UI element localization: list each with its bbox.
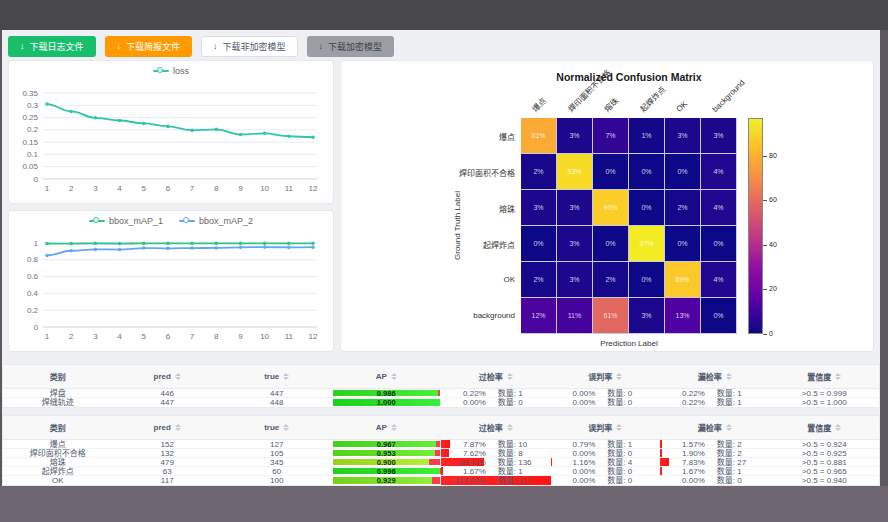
legend-label: bbox_mAP_1 [109,216,163,226]
cell-text: OK [52,476,64,485]
sort-icon[interactable] [835,373,841,381]
rate-percent: 7.62% [442,449,486,458]
cell-mis: 0.00%数量: 0 [551,398,661,407]
column-header-pred[interactable]: pred [113,416,223,439]
matrix-cell-value: 2% [533,276,543,283]
rate-percent: 0.00% [551,398,595,407]
data-table-2: 类别predtrueAP过检率误判率漏检率置信度爆点1521270.9677.8… [2,415,880,486]
column-header-miss[interactable]: 漏检率 [660,416,770,439]
matrix-cell-value: 12% [531,312,545,319]
legend-label: bbox_mAP_2 [199,216,253,226]
legend-item-bbox_mAP_1[interactable]: bbox_mAP_1 [89,216,163,226]
download-report-button[interactable]: ↓下载简报文件 [105,36,193,57]
column-header-mis[interactable]: 误判率 [551,365,661,388]
legend-dot [157,67,163,73]
cell-mis: 0.00%数量: 0 [551,467,661,475]
sort-icon[interactable] [726,424,732,432]
cell-text: >0.5 = 1.000 [802,398,847,407]
cell-text: >0.5 = 0.925 [802,449,847,458]
column-header-true[interactable]: true [222,416,332,439]
sort-icon[interactable] [391,424,397,432]
column-header-pred[interactable]: pred [113,365,223,388]
cell-text: 152 [161,440,174,449]
svg-text:0: 0 [34,175,39,184]
sort-icon[interactable] [283,424,289,432]
rate-text: 0.00%数量: 0 [551,389,661,398]
download-log-button[interactable]: ↓下载日志文件 [8,36,96,57]
sort-icon[interactable] [391,373,397,381]
cell-pred: 447 [113,398,223,407]
sort-icon[interactable] [726,373,732,381]
sort-desc-arrow [835,428,841,431]
rate-count: 数量: 0 [498,398,550,407]
matrix-cell: 0% [593,154,629,190]
rate-percent: 0.00% [442,398,486,407]
cell-miss: 1.90%数量: 2 [660,449,770,457]
matrix-cell: 2% [521,154,557,190]
cell-conf: >0.5 = 0.999 [770,389,880,397]
cell-miss: 0.00%数量: 0 [660,476,770,485]
matrix-row-label: 熔珠 [423,203,515,214]
bbox_mAP_2-point [166,247,170,251]
cell-over: 7.62%数量: 8 [441,449,551,457]
cell-text: 105 [270,449,283,458]
button-label: 下载日志文件 [30,40,84,53]
sort-icon[interactable] [175,373,181,381]
ap-bar-remainder [438,390,440,396]
cell-text: >0.5 = 0.881 [802,458,847,467]
rate-percent: 0.79% [551,440,595,449]
sort-icon[interactable] [507,424,513,432]
bbox_mAP_2-point [118,248,122,252]
sort-icon[interactable] [616,424,622,432]
cell-text: >0.5 = 0.999 [802,389,847,398]
bbox_mAP_1-point [311,242,315,246]
column-header-ap[interactable]: AP [332,416,442,439]
column-header-conf[interactable]: 置信度 [770,416,880,439]
column-header-miss[interactable]: 漏检率 [660,365,770,388]
rate-text: 7.62%数量: 8 [441,449,551,458]
sort-icon[interactable] [283,373,289,381]
cell-true: 100 [222,476,332,485]
loss_chart-legend: loss [9,66,333,76]
sort-icon[interactable] [835,424,841,432]
matrix-cell-value: 3% [677,132,687,139]
download-icon: ↓ [117,42,122,51]
rate-text: 0.00%数量: 0 [551,398,661,407]
download-encrypted-model-button[interactable]: ↓下载加密模型 [307,36,395,57]
table-row: 焊盘4464470.9860.22%数量: 10.00%数量: 00.22%数量… [3,389,879,398]
sort-asc-arrow [726,424,732,427]
cell-conf: >0.5 = 0.924 [770,440,880,448]
colorbar-tick-mark [763,200,767,201]
column-header-over[interactable]: 过检率 [441,365,551,388]
rate-percent: 117.00% [442,476,486,485]
matrix-cell-value: 97% [639,240,653,247]
column-header-label: true [264,423,279,432]
cell-pred: 117 [113,476,223,485]
legend-item-loss[interactable]: loss [153,66,189,76]
sort-desc-arrow [835,377,841,380]
sort-icon[interactable] [507,373,513,381]
download-unencrypted-model-button[interactable]: ↓下载非加密模型 [201,36,298,57]
confusion-matrix-ylabel: Ground Truth Label [453,118,465,334]
legend-label: loss [173,66,189,76]
rate-text: 7.87%数量: 10 [441,440,551,449]
colorbar-tick-label: 20 [769,285,777,292]
ap-bar-remainder [432,477,440,484]
matrix-cell: 97% [629,226,665,262]
column-header-true[interactable]: true [222,365,332,388]
download-icon: ↓ [20,42,25,51]
matrix-cell: 0% [665,154,701,190]
sort-icon[interactable] [175,424,181,432]
loss-point [142,122,146,126]
column-header-over[interactable]: 过检率 [441,416,551,439]
rate-text: 1.57%数量: 2 [660,440,770,449]
cell-mis: 0.00%数量: 0 [551,449,661,457]
confusion-matrix-title: Normalized Confusion Matrix [461,71,797,83]
matrix-cell: 3% [521,190,557,226]
sort-icon[interactable] [616,373,622,381]
column-header-mis[interactable]: 误判率 [551,416,661,439]
column-header-ap[interactable]: AP [332,365,442,388]
legend-item-bbox_mAP_2[interactable]: bbox_mAP_2 [179,216,253,226]
rate-count: 数量: 2 [717,440,769,449]
column-header-conf[interactable]: 置信度 [770,365,880,388]
